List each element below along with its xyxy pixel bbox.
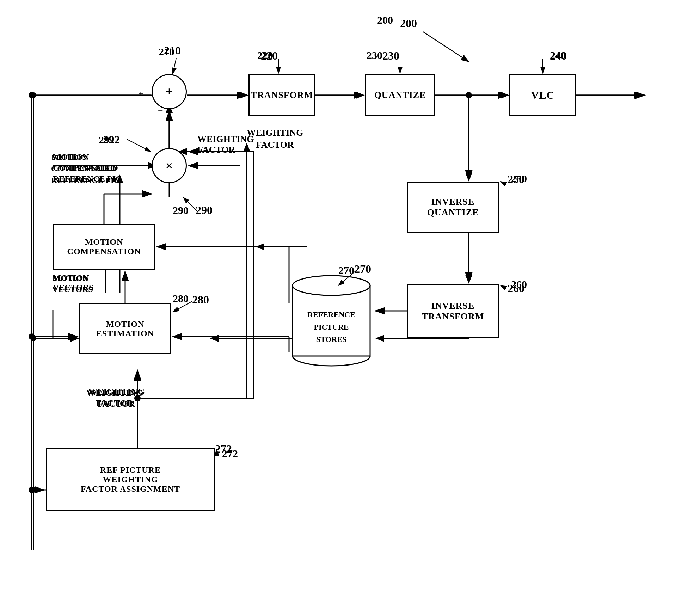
transform-box: TRANSFORM <box>248 74 315 116</box>
svg-marker-20 <box>210 335 219 342</box>
label-280: 280 <box>173 293 189 305</box>
label-290: 290 <box>173 204 189 216</box>
num-220: 220 <box>261 49 278 62</box>
label-200: 200 <box>377 14 393 26</box>
multiply-sign: × <box>166 158 173 173</box>
svg-point-50 <box>293 276 370 295</box>
motion-comp-ref: MOTIONCOMPENSATEDREFERENCE PIC <box>51 152 120 186</box>
label-230: 230 <box>367 49 382 61</box>
svg-marker-8 <box>501 92 509 99</box>
num-210: 210 <box>164 44 181 57</box>
motion-compensation-box: MOTION COMPENSATION <box>53 224 155 270</box>
svg-text:REFERENCE: REFERENCE <box>307 310 355 319</box>
num-292: 292 <box>103 133 120 146</box>
svg-marker-36 <box>70 335 79 342</box>
svg-marker-3 <box>240 92 248 99</box>
svg-text:STORES: STORES <box>316 335 346 344</box>
weighting-factor-top: WEIGHTINGFACTOR <box>247 127 303 151</box>
reference-picture-stores-cylinder: REFERENCE PICTURE STORES <box>289 271 374 370</box>
diagram-container: 200 210 220 230 240 250 260 270 272 280 … <box>0 0 700 614</box>
num-200: 200 <box>400 17 417 30</box>
svg-marker-42 <box>134 372 141 381</box>
svg-marker-18 <box>256 243 264 250</box>
svg-marker-5 <box>356 92 365 99</box>
num-260: 260 <box>508 282 524 295</box>
svg-marker-12 <box>465 173 472 182</box>
num-280: 280 <box>192 293 209 306</box>
num-290: 290 <box>196 204 213 217</box>
inverse-transform-box: INVERSE TRANSFORM <box>407 284 499 338</box>
svg-marker-14 <box>465 275 472 284</box>
num-240: 240 <box>550 49 567 62</box>
vlc-box: VLC <box>509 74 576 116</box>
inverse-quantize-box: INVERSE QUANTIZE <box>407 182 499 233</box>
minus-sign: − <box>158 106 163 116</box>
svg-text:PICTURE: PICTURE <box>314 323 349 331</box>
plus-sign: + <box>166 85 173 98</box>
ref-picture-weighting-box: REF PICTURE WEIGHTING FACTOR ASSIGNMENT <box>46 448 215 511</box>
svg-rect-49 <box>293 285 370 356</box>
adder-circle: + <box>152 74 187 109</box>
plus-label: + <box>138 89 143 99</box>
motion-estimation-box: MOTION ESTIMATION <box>79 303 171 354</box>
num-250: 250 <box>508 173 524 186</box>
num-272: 272 <box>215 442 232 455</box>
num-270: 270 <box>354 263 371 276</box>
weighting-factor-top-label: WEIGHTING FACTOR <box>197 134 254 155</box>
num-230: 230 <box>382 49 399 62</box>
svg-marker-10 <box>634 92 643 99</box>
multiplier-circle: × <box>152 148 187 183</box>
quantize-box: QUANTIZE <box>365 74 435 116</box>
motion-vectors: MOTIONVECTORS <box>52 273 93 295</box>
weighting-factor-bottom: WEIGHTINGFACTOR <box>88 386 145 410</box>
svg-marker-16 <box>375 335 384 342</box>
